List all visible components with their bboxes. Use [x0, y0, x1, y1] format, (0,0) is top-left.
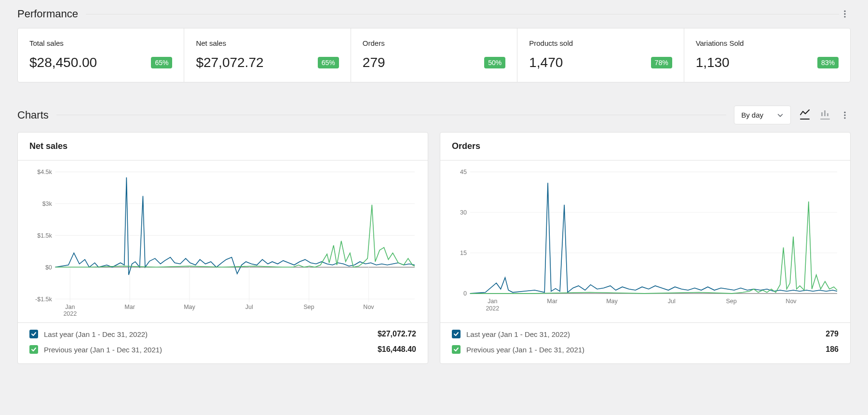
svg-text:Nov: Nov [363, 304, 374, 310]
svg-text:-$1.5k: -$1.5k [35, 296, 52, 303]
checkbox-icon[interactable] [29, 345, 38, 354]
performance-title: Performance [17, 8, 78, 20]
card-variations-sold[interactable]: Variations Sold 1,130 83% [684, 28, 850, 82]
chart-title: Net sales [18, 133, 428, 160]
svg-text:May: May [606, 298, 618, 305]
card-label: Orders [363, 39, 505, 47]
svg-text:$4.5k: $4.5k [37, 169, 52, 175]
svg-text:Sep: Sep [726, 298, 737, 305]
legend-label: Previous year (Jan 1 - Dec 31, 2021) [466, 346, 584, 354]
card-value: $27,072.72 [196, 55, 263, 70]
kebab-icon [840, 110, 850, 120]
legend-value: 279 [826, 330, 839, 338]
card-orders[interactable]: Orders 279 50% [351, 28, 517, 82]
legend-value: $16,448.40 [378, 345, 416, 354]
charts-title: Charts [17, 109, 49, 121]
card-label: Products sold [529, 39, 672, 47]
svg-point-0 [844, 11, 845, 12]
performance-cards: Total sales $28,450.00 65% Net sales $27… [17, 28, 851, 82]
svg-text:30: 30 [460, 209, 467, 216]
card-delta-badge: 78% [651, 57, 672, 68]
card-label: Total sales [29, 39, 172, 47]
svg-text:Jul: Jul [245, 304, 253, 310]
svg-text:Nov: Nov [786, 298, 797, 305]
charts-interval-select[interactable]: By day [734, 106, 791, 124]
legend-last-year[interactable]: Last year (Jan 1 - Dec 31, 2022) 279 [452, 330, 839, 338]
svg-rect-4 [824, 110, 826, 116]
performance-rule [86, 14, 839, 14]
svg-text:$1.5k: $1.5k [37, 232, 52, 239]
chevron-down-icon [777, 112, 784, 119]
bar-chart-icon [820, 109, 830, 117]
card-total-sales[interactable]: Total sales $28,450.00 65% [18, 28, 184, 82]
card-products-sold[interactable]: Products sold 1,470 78% [517, 28, 684, 82]
chart-title: Orders [440, 133, 850, 160]
svg-text:Jan: Jan [488, 298, 497, 305]
chart-card-net-sales: Net sales $4.5k $3k $1.5k $0 -$1.5k Jan [17, 132, 428, 364]
chart-type-line-button[interactable] [799, 109, 811, 121]
legend-label: Previous year (Jan 1 - Dec 31, 2021) [44, 346, 162, 354]
svg-rect-5 [827, 113, 828, 116]
svg-text:15: 15 [460, 250, 467, 256]
card-value: 279 [363, 55, 385, 70]
card-label: Variations Sold [696, 39, 839, 47]
svg-point-7 [844, 114, 845, 116]
charts-menu-button[interactable] [839, 109, 851, 121]
series-last-year [470, 183, 837, 293]
svg-text:Mar: Mar [124, 304, 135, 310]
checkbox-icon[interactable] [452, 345, 461, 354]
legend-value: 186 [826, 345, 839, 354]
svg-rect-3 [821, 112, 823, 116]
chart-card-orders: Orders 45 30 15 0 Jan 2022 Mar May [440, 132, 851, 364]
checkbox-icon[interactable] [452, 330, 461, 338]
series-last-year [55, 177, 415, 275]
card-value: $28,450.00 [29, 55, 97, 70]
svg-text:$3k: $3k [42, 201, 53, 207]
svg-text:Mar: Mar [547, 298, 557, 305]
svg-text:Jul: Jul [668, 298, 676, 305]
legend-last-year[interactable]: Last year (Jan 1 - Dec 31, 2022) $27,072… [29, 330, 416, 338]
svg-point-1 [844, 13, 845, 14]
card-label: Net sales [196, 39, 339, 47]
legend-value: $27,072.72 [378, 330, 416, 338]
card-value: 1,470 [529, 55, 563, 70]
svg-text:0: 0 [463, 290, 467, 297]
chart-type-bar-button[interactable] [819, 109, 831, 121]
svg-text:Sep: Sep [304, 304, 314, 310]
legend-previous-year[interactable]: Previous year (Jan 1 - Dec 31, 2021) 186 [452, 345, 839, 354]
svg-text:2022: 2022 [486, 305, 499, 312]
card-delta-badge: 83% [817, 57, 839, 68]
svg-text:$0: $0 [45, 264, 52, 271]
chart-plot-area[interactable]: $4.5k $3k $1.5k $0 -$1.5k Jan 2022 Mar M… [18, 160, 428, 322]
chart-plot-area[interactable]: 45 30 15 0 Jan 2022 Mar May Jul Sep Nov [440, 160, 850, 322]
svg-point-8 [844, 117, 845, 119]
checkbox-icon[interactable] [29, 330, 38, 338]
svg-text:May: May [184, 304, 195, 310]
charts-rule [56, 115, 726, 115]
line-chart-icon [800, 109, 810, 117]
series-previous-year [55, 205, 415, 268]
card-delta-badge: 65% [151, 57, 172, 68]
svg-text:45: 45 [460, 169, 467, 175]
series-previous-year [470, 201, 837, 294]
charts-interval-value: By day [741, 111, 763, 119]
chart-type-toggle [799, 109, 831, 121]
svg-text:Jan: Jan [65, 304, 75, 310]
card-net-sales[interactable]: Net sales $27,072.72 65% [184, 28, 351, 82]
kebab-icon [840, 9, 850, 19]
legend-label: Last year (Jan 1 - Dec 31, 2022) [44, 330, 148, 338]
card-delta-badge: 65% [318, 57, 339, 68]
svg-point-6 [844, 111, 845, 113]
legend-previous-year[interactable]: Previous year (Jan 1 - Dec 31, 2021) $16… [29, 345, 416, 354]
svg-text:2022: 2022 [63, 310, 77, 317]
performance-menu-button[interactable] [839, 8, 851, 20]
legend-label: Last year (Jan 1 - Dec 31, 2022) [466, 330, 570, 338]
card-delta-badge: 50% [484, 57, 505, 68]
svg-point-2 [844, 16, 845, 17]
card-value: 1,130 [696, 55, 730, 70]
